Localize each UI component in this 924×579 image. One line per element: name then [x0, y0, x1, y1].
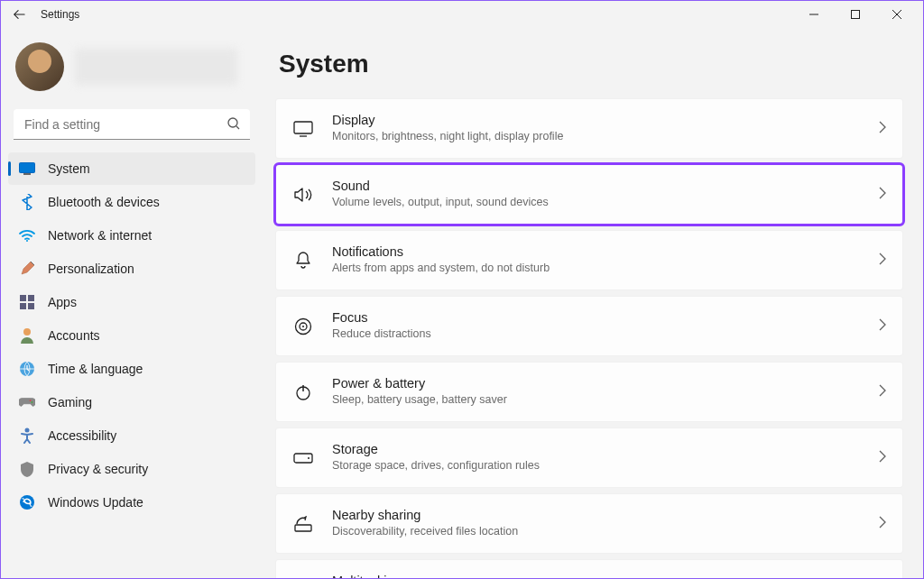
sidebar-item-label: Time & language [48, 362, 143, 376]
sidebar-item-label: Apps [48, 295, 77, 309]
system-icon [19, 161, 35, 177]
setting-text: Storage Storage space, drives, configura… [332, 441, 879, 473]
setting-row-storage[interactable]: Storage Storage space, drives, configura… [275, 427, 903, 488]
setting-title: Notifications [332, 244, 879, 261]
sidebar-item-label: Windows Update [48, 495, 143, 510]
svg-rect-8 [28, 303, 34, 309]
setting-text: Focus Reduce distractions [332, 309, 879, 342]
sidebar-item-label: Accounts [48, 328, 100, 343]
setting-row-display[interactable]: Display Monitors, brightness, night ligh… [275, 98, 903, 159]
setting-text: Multitasking Snap windows, desktops, tas… [332, 573, 879, 579]
update-icon [19, 494, 35, 510]
paint-icon [19, 261, 35, 277]
setting-title: Power & battery [332, 375, 879, 392]
sidebar-item-label: Bluetooth & devices [48, 195, 160, 209]
power-icon [292, 381, 314, 403]
storage-icon [292, 447, 314, 469]
sidebar-item-update[interactable]: Windows Update [8, 486, 255, 519]
svg-rect-5 [20, 295, 26, 301]
setting-desc: Reduce distractions [332, 326, 879, 343]
focus-icon [292, 316, 314, 337]
svg-point-1 [228, 118, 237, 127]
setting-desc: Monitors, brightness, night light, displ… [332, 129, 879, 145]
bluetooth-icon [19, 194, 35, 210]
sidebar-item-system[interactable]: System [8, 152, 255, 185]
svg-rect-0 [852, 11, 860, 19]
sidebar-item-bluetooth[interactable]: Bluetooth & devices [8, 186, 255, 218]
monitor-icon [292, 118, 314, 140]
setting-title: Display [332, 112, 879, 129]
svg-rect-15 [294, 122, 312, 133]
user-info-redacted [75, 49, 237, 85]
chevron-right-icon [879, 318, 886, 335]
minimize-button[interactable] [793, 1, 835, 28]
setting-text: Sound Volume levels, output, input, soun… [332, 178, 879, 210]
sidebar-item-personalization[interactable]: Personalization [8, 253, 255, 285]
page-title: System [279, 50, 903, 78]
setting-title: Nearby sharing [332, 507, 879, 524]
setting-title: Sound [332, 178, 879, 195]
sidebar-item-label: Network & internet [48, 228, 152, 243]
apps-icon [19, 294, 35, 310]
titlebar: Settings [1, 1, 923, 28]
chevron-right-icon [879, 450, 886, 466]
gamepad-icon [19, 394, 35, 410]
svg-point-11 [30, 400, 32, 401]
svg-point-4 [26, 240, 28, 242]
sidebar-item-network[interactable]: Network & internet [8, 219, 255, 252]
back-button[interactable] [6, 2, 32, 27]
svg-point-14 [20, 495, 34, 510]
accessibility-icon [19, 427, 35, 444]
sidebar-item-label: Personalization [48, 262, 134, 276]
arrow-left-icon [13, 8, 25, 21]
chevron-right-icon [879, 516, 886, 532]
sidebar-item-label: Accessibility [48, 428, 116, 443]
sidebar-item-gaming[interactable]: Gaming [8, 386, 255, 418]
sidebar-item-accessibility[interactable]: Accessibility [8, 419, 255, 452]
setting-row-notifications[interactable]: Notifications Alerts from apps and syste… [275, 230, 903, 290]
setting-row-multitasking[interactable]: Multitasking Snap windows, desktops, tas… [275, 559, 903, 579]
setting-desc: Volume levels, output, input, sound devi… [332, 195, 879, 211]
maximize-icon [851, 10, 860, 19]
setting-row-power[interactable]: Power & battery Sleep, battery usage, ba… [275, 362, 903, 422]
sidebar-item-label: Gaming [48, 395, 92, 409]
wifi-icon [19, 227, 35, 244]
chevron-right-icon [879, 187, 886, 203]
chevron-right-icon [879, 253, 886, 269]
close-icon [892, 10, 901, 19]
sidebar-item-apps[interactable]: Apps [8, 286, 255, 318]
sidebar: System Bluetooth & devices Network & int… [1, 28, 263, 579]
sidebar-item-privacy[interactable]: Privacy & security [8, 453, 255, 485]
svg-point-21 [308, 457, 310, 459]
svg-rect-22 [295, 525, 311, 531]
person-icon [19, 327, 35, 344]
shield-icon [19, 461, 35, 477]
maximize-button[interactable] [835, 1, 876, 28]
setting-text: Power & battery Sleep, battery usage, ba… [332, 375, 879, 408]
window-controls [793, 1, 918, 28]
close-button[interactable] [876, 1, 918, 28]
setting-row-sound[interactable]: Sound Volume levels, output, input, soun… [275, 164, 903, 225]
bell-icon [292, 250, 314, 271]
svg-rect-7 [20, 303, 26, 309]
svg-rect-2 [20, 163, 35, 173]
setting-text: Display Monitors, brightness, night ligh… [332, 112, 879, 144]
sidebar-item-time[interactable]: Time & language [8, 353, 255, 385]
setting-desc: Alerts from apps and system, do not dist… [332, 261, 879, 277]
setting-title: Focus [332, 309, 879, 326]
avatar [15, 42, 64, 91]
setting-row-nearby[interactable]: Nearby sharing Discoverability, received… [275, 493, 903, 554]
sidebar-item-accounts[interactable]: Accounts [8, 319, 255, 352]
sidebar-item-label: Privacy & security [48, 462, 148, 476]
setting-text: Notifications Alerts from apps and syste… [332, 244, 879, 276]
window-title: Settings [41, 8, 79, 21]
svg-point-13 [25, 428, 30, 433]
minimize-icon [809, 10, 818, 19]
setting-row-focus[interactable]: Focus Reduce distractions [275, 296, 903, 356]
svg-point-9 [23, 328, 31, 335]
search-icon [226, 116, 241, 134]
search-input[interactable] [14, 109, 250, 140]
setting-desc: Storage space, drives, configuration rul… [332, 458, 879, 474]
chevron-right-icon [879, 121, 886, 137]
user-account-block[interactable] [5, 35, 259, 106]
